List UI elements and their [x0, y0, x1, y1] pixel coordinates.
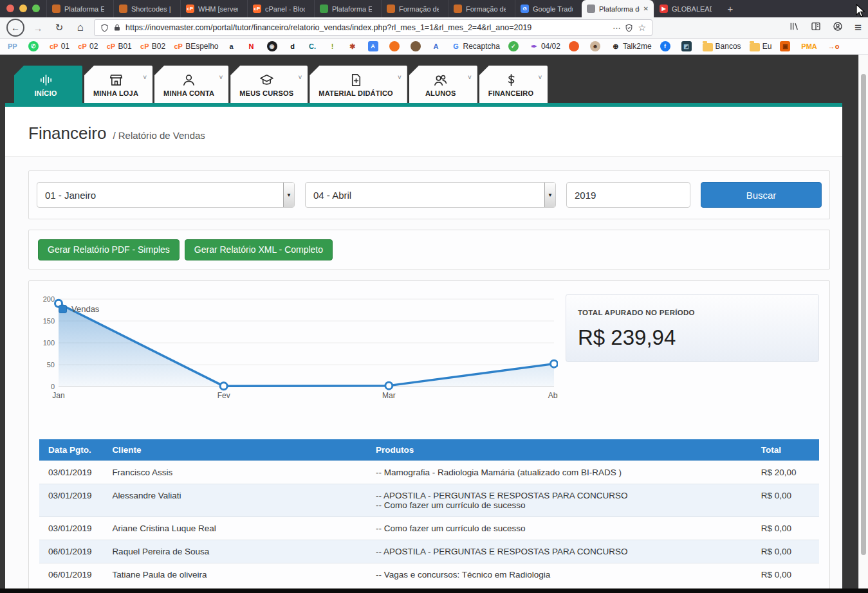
close-window-button[interactable] — [6, 5, 14, 12]
search-button[interactable]: Buscar — [701, 182, 822, 208]
bookmark-cpanel-b02[interactable]: cP B02 — [140, 41, 165, 51]
tab-favicon-icon: cP — [186, 5, 194, 13]
forward-button[interactable]: → — [30, 20, 46, 35]
sales-chart: Vendas 050100150200JanFevMarAbr — [39, 294, 558, 403]
tab-plataforma-active[interactable]: Plataforma de E ✕ — [582, 0, 654, 17]
scrollbar-thumb[interactable] — [861, 74, 866, 555]
nav-tab-meus-cursos[interactable]: MEUS CURSOS ˅ — [230, 66, 308, 103]
year-input[interactable] — [566, 182, 690, 208]
library-icon[interactable] — [789, 21, 799, 34]
report-panel: Vendas 050100150200JanFevMarAbr TOTAL AP… — [28, 280, 830, 588]
bookmark-feather[interactable]: ✒ 04/02 — [530, 41, 560, 51]
nav-tab-minha-conta[interactable]: MINHA CONTA ˅ — [154, 66, 228, 103]
nav-tab-icon — [109, 71, 124, 88]
bookmark-favicon-icon: PP — [8, 41, 17, 51]
page-scrollbar[interactable] — [858, 55, 868, 588]
nav-tab-alunos[interactable]: ALUNOS ˅ — [409, 66, 477, 103]
new-tab-button[interactable]: + — [721, 0, 740, 17]
menu-icon[interactable]: ≡ — [854, 21, 862, 35]
bookmark-favicon-icon: cP — [140, 41, 149, 51]
legend-label: Vendas — [71, 304, 99, 314]
bookmark-exit-arrow[interactable]: →o — [828, 41, 842, 51]
generate-xml-button[interactable]: Gerar Relatório XML - Completo — [185, 239, 333, 260]
bookmark-favicon-icon: G — [452, 41, 461, 51]
tab-whm[interactable]: cP WHM [server] — [180, 0, 247, 17]
bookmark-favicon-icon: →o — [828, 41, 840, 51]
address-bar[interactable]: https://inovemaster.com/portal/tutor/fin… — [94, 19, 652, 36]
back-button[interactable]: ← — [6, 19, 24, 37]
bookmark-favicon-icon — [750, 43, 760, 51]
bookmark-translate[interactable]: A — [368, 41, 381, 51]
bookmark-pma[interactable]: PMA — [801, 41, 819, 51]
bookmark-cpanel-01[interactable]: cP 01 — [50, 41, 69, 51]
svg-text:Jan: Jan — [52, 391, 64, 400]
bookmark-flower[interactable]: ✱ — [348, 41, 360, 51]
zoom-window-button[interactable] — [32, 5, 40, 12]
bookmark-avatar[interactable]: ☻ — [590, 41, 603, 51]
bookmark-orange-ball[interactable] — [389, 41, 402, 51]
bookmark-talk2me[interactable]: ⊕ Talk2me — [611, 41, 652, 51]
reload-button[interactable]: ↻ — [51, 20, 67, 35]
bookmark-whatsapp[interactable]: ✆ — [28, 41, 41, 51]
table-header-row: Data Pgto. Cliente Produtos Total — [39, 439, 819, 461]
bookmark-facebook[interactable]: f — [660, 41, 673, 51]
tab-shortcodes[interactable]: Shortcodes | T — [113, 0, 180, 17]
window-controls[interactable] — [6, 5, 40, 12]
tab-cpanel-blog[interactable]: cP cPanel - Bloq — [247, 0, 314, 17]
bookmark-star-icon[interactable]: ☆ — [638, 23, 646, 33]
main-content: Financeiro / Relatório de Vendas 01 - Ja… — [5, 107, 842, 588]
tab-title: GLOBALEAD — [672, 5, 712, 13]
tab-title: Shortcodes | T — [131, 5, 171, 13]
tab-title: WHM [server] — [198, 5, 238, 13]
bookmark-folder-eu[interactable]: Eu — [750, 42, 772, 51]
tab-globalead[interactable]: ▶ GLOBALEAD — [654, 0, 721, 17]
nav-tab-material-didatico[interactable]: MATERIAL DIDÁTICO ˅ — [309, 66, 407, 103]
bookmark-pp[interactable]: PP — [8, 41, 20, 51]
tab-formacao-2[interactable]: Formação de — [448, 0, 515, 17]
bookmark-check[interactable]: ✓ — [508, 41, 521, 51]
page-title: Financeiro — [28, 123, 106, 143]
bookmark-favicon-icon: cP — [174, 41, 183, 51]
home-button[interactable]: ⌂ — [73, 20, 88, 35]
bookmark-dark-app[interactable]: ◩ — [681, 41, 694, 51]
chevron-down-icon: ˅ — [219, 74, 223, 81]
bookmark-mascot[interactable] — [411, 41, 423, 51]
bookmark-netflix[interactable]: N — [247, 41, 259, 51]
bookmark-cpanel-02[interactable]: cP 02 — [78, 41, 98, 51]
tab-close-icon[interactable]: ✕ — [643, 5, 649, 12]
account-icon[interactable] — [833, 21, 843, 34]
url-text[interactable]: https://inovemaster.com/portal/tutor/fin… — [125, 23, 608, 32]
bookmark-exclaim[interactable]: ! — [328, 41, 340, 51]
bookmark-favicon-icon: d — [288, 41, 297, 51]
month-to-select[interactable]: 04 - Abril — [305, 182, 556, 208]
sidebars-icon[interactable] — [811, 21, 821, 34]
nav-tab-inicio[interactable]: INÍCIO — [14, 66, 82, 103]
minimize-window-button[interactable] — [19, 5, 27, 12]
shield-icon[interactable] — [100, 24, 109, 32]
tab-plataforma-1[interactable]: Plataforma EA — [46, 0, 113, 17]
page-actions-icon[interactable]: ⋯ — [613, 23, 621, 33]
bookmark-label: Talk2me — [623, 42, 652, 51]
bookmark-flame[interactable] — [569, 41, 582, 51]
bookmark-orange-app[interactable]: ▣ — [780, 41, 793, 51]
tab-plataforma-2[interactable]: Plataforma EA — [314, 0, 381, 17]
generate-pdf-button[interactable]: Gerar Relatório PDF - Simples — [38, 239, 180, 260]
tab-formacao-1[interactable]: Formação de — [381, 0, 448, 17]
bookmark-c[interactable]: C. — [308, 41, 320, 51]
bookmark-emblem[interactable]: ◉ — [267, 41, 280, 51]
bookmark-recaptcha[interactable]: G Recaptcha — [452, 41, 500, 51]
chevron-down-icon: ˅ — [143, 74, 147, 81]
bookmark-folder-bancos[interactable]: Bancos — [703, 42, 741, 51]
bookmark-cpanel-bespelho[interactable]: cP BEspelho — [174, 41, 218, 51]
bookmark-amazon[interactable]: a — [227, 41, 239, 51]
tab-google-tradutor[interactable]: G Google Tradu — [515, 0, 582, 17]
month-to-select-wrap: 04 - Abril ▼ — [305, 182, 556, 208]
nav-tab-minha-loja[interactable]: MINHA LOJA ˅ — [84, 66, 152, 103]
nav-tab-financeiro[interactable]: FINANCEIRO ˅ — [479, 66, 548, 103]
bookmark-d[interactable]: d — [288, 41, 300, 51]
pocket-icon[interactable] — [625, 24, 633, 32]
bookmark-label: Bancos — [716, 42, 741, 51]
month-from-select[interactable]: 01 - Janeiro — [37, 182, 295, 208]
bookmark-ads[interactable]: A — [432, 41, 443, 51]
bookmark-cpanel-b01[interactable]: cP B01 — [106, 41, 131, 51]
